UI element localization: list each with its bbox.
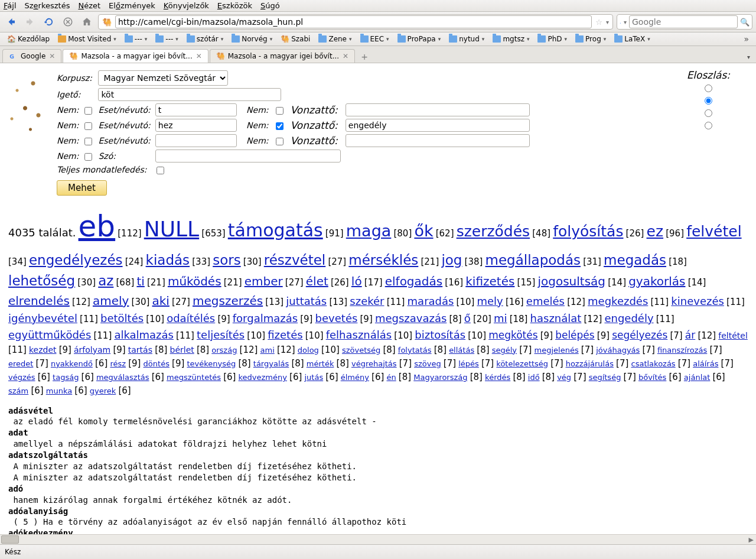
eset-input[interactable] [155, 134, 237, 147]
distribution-radio[interactable] [705, 84, 712, 92]
menu-könyvjelzők[interactable]: Könyvjelzők [164, 1, 209, 10]
cloud-word[interactable]: aki [152, 294, 170, 308]
search-bar[interactable]: G ▾ 🔍 [617, 14, 752, 30]
cloud-word[interactable]: ország [211, 346, 237, 355]
cloud-word[interactable]: gyakorlás [628, 274, 685, 288]
cloud-word[interactable]: ló [351, 274, 362, 288]
cloud-word[interactable]: emelés [526, 295, 565, 307]
vonzatto-input[interactable] [346, 103, 530, 116]
cloud-word[interactable]: odaítélés [167, 312, 215, 324]
nem-eset-checkbox[interactable] [84, 107, 92, 115]
cloud-word[interactable]: kiadás [146, 252, 190, 268]
cloud-word[interactable]: szám [8, 386, 28, 395]
menu-eszközök[interactable]: Eszközök [217, 1, 252, 10]
cloud-word[interactable]: eb [79, 209, 116, 243]
cloud-word[interactable]: megszerzés [193, 294, 263, 308]
vonzatto-input[interactable] [346, 119, 530, 132]
cloud-word[interactable]: lépés [458, 359, 479, 368]
nem-szo-checkbox[interactable] [84, 153, 92, 161]
cloud-word[interactable]: elfogadás [385, 274, 442, 288]
cloud-word[interactable]: csatlakozás [631, 359, 676, 368]
cloud-word[interactable]: vég [557, 373, 571, 382]
cloud-word[interactable]: sors [213, 252, 241, 268]
bookmark-item[interactable]: ---▾ [121, 34, 151, 44]
submit-button[interactable]: Mehet [57, 180, 107, 196]
cloud-word[interactable]: megkötés [488, 329, 537, 341]
cloud-word[interactable]: engedélyezés [29, 252, 123, 268]
cloud-word[interactable]: ő [464, 312, 471, 324]
distribution-radio[interactable] [705, 97, 712, 105]
cloud-word[interactable]: munka [46, 386, 72, 395]
bookmark-item[interactable]: Most Visited▾ [54, 34, 120, 44]
cloud-word[interactable]: ember [245, 274, 283, 288]
cloud-word[interactable]: feltétel [718, 331, 748, 340]
cloud-word[interactable]: megadás [604, 252, 666, 268]
cloud-word[interactable]: az [98, 273, 113, 288]
nem-vonz-checkbox[interactable] [276, 122, 284, 130]
cloud-word[interactable]: idő [528, 373, 540, 382]
nem-vonz-checkbox[interactable] [276, 138, 284, 145]
cloud-word[interactable]: mérték [307, 359, 334, 368]
back-button[interactable] [4, 14, 19, 30]
cloud-word[interactable]: élet [306, 274, 328, 288]
cloud-word[interactable]: dolog [298, 346, 319, 355]
nem-eset-checkbox[interactable] [84, 138, 92, 145]
cloud-word[interactable]: mi [494, 312, 507, 324]
browser-tab[interactable]: 🐫Mazsola - a magyar igei bővít...✕ [210, 49, 355, 63]
cloud-word[interactable]: tárgyalás [253, 359, 289, 368]
reload-button[interactable] [41, 14, 57, 30]
cloud-word[interactable]: felhasználás [326, 329, 392, 341]
cloud-word[interactable]: végrehajtás [351, 359, 397, 368]
url-bar[interactable]: 🐫 ☆ ▾ [98, 14, 613, 30]
cloud-word[interactable]: jog [441, 252, 462, 268]
menu-súgó[interactable]: Súgó [260, 1, 280, 10]
cloud-word[interactable]: jogosultság [537, 274, 605, 288]
cloud-word[interactable]: szerződés [457, 223, 530, 240]
cloud-word[interactable]: szekér [350, 295, 384, 307]
cloud-word[interactable]: lehetőség [8, 273, 75, 288]
cloud-word[interactable]: Magyarország [413, 373, 467, 382]
cloud-word[interactable]: tevékenység [187, 359, 236, 368]
scroll-right-arrow[interactable]: ▶ [747, 536, 756, 544]
scroll-thumb[interactable] [1, 535, 19, 544]
bookmark-item[interactable]: Norvég▾ [228, 34, 276, 44]
cloud-word[interactable]: tagság [53, 373, 79, 382]
cloud-word[interactable]: kötelezettség [496, 359, 548, 368]
cloud-word[interactable]: döntés [144, 359, 170, 368]
cloud-word[interactable]: árfolyam [74, 345, 110, 355]
nem-eset-checkbox[interactable] [84, 122, 92, 130]
bookmark-item[interactable]: nytud▾ [445, 34, 488, 44]
cloud-word[interactable]: támogatás [228, 220, 323, 240]
menu-fájl[interactable]: Fájl [4, 1, 17, 10]
cloud-word[interactable]: megválasztás [96, 373, 149, 382]
cloud-word[interactable]: hozzájárulás [566, 359, 614, 368]
close-icon[interactable]: ✕ [49, 52, 55, 60]
cloud-word[interactable]: szövetség [342, 346, 380, 355]
menu-előzmények[interactable]: Előzmények [109, 1, 155, 10]
cloud-word[interactable]: bevetés [315, 312, 358, 324]
eset-input[interactable] [155, 119, 237, 132]
igeto-input[interactable] [98, 88, 281, 101]
cloud-word[interactable]: juttatás [286, 295, 327, 307]
cloud-word[interactable]: eredet [8, 359, 33, 368]
cloud-word[interactable]: rész [110, 359, 126, 368]
szo-input[interactable] [155, 150, 341, 162]
home-button[interactable] [79, 14, 94, 30]
bookmark-item[interactable]: PhD▾ [534, 34, 571, 44]
cloud-word[interactable]: jóváhagyás [596, 346, 640, 355]
browser-tab[interactable]: 🐫Mazsola - a magyar igei bővít...✕ [63, 49, 208, 63]
cloud-word[interactable]: használat [530, 312, 582, 324]
cloud-word[interactable]: kifizetés [465, 274, 514, 288]
url-input[interactable] [115, 15, 592, 28]
cloud-word[interactable]: ár [685, 329, 695, 341]
cloud-word[interactable]: végzés [8, 373, 35, 382]
cloud-word[interactable]: ez [647, 223, 664, 240]
bookmark-item[interactable]: EEC▾ [357, 34, 393, 44]
bookmark-item[interactable]: 🐫Szabi [277, 34, 314, 44]
bookmark-item[interactable]: 🏠Kezdőlap [4, 34, 53, 44]
cloud-word[interactable]: mely [477, 295, 503, 307]
cloud-word[interactable]: részvétel [264, 252, 325, 268]
cloud-word[interactable]: finanszírozás [657, 346, 707, 355]
cloud-word[interactable]: megjelenés [535, 346, 579, 355]
cloud-word[interactable]: forgalmazás [233, 312, 298, 324]
